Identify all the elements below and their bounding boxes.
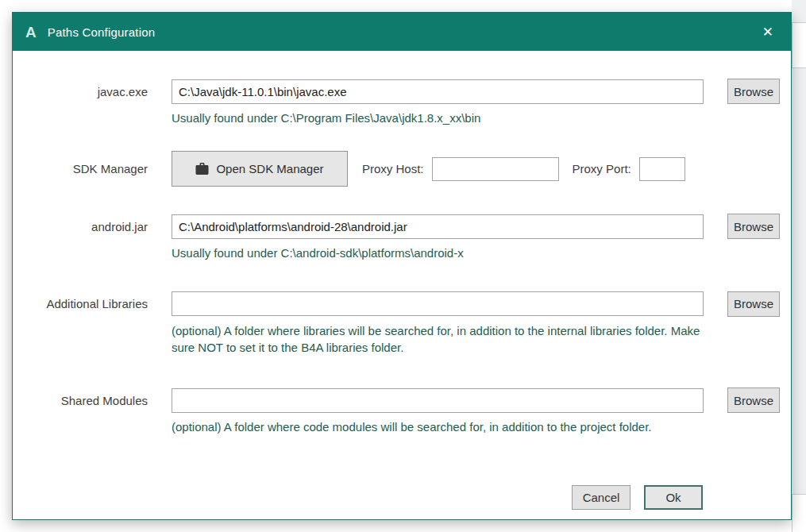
android-jar-hint: Usually found under C:\android-sdk\platf… (172, 245, 712, 261)
android-jar-browse-button[interactable]: Browse (727, 214, 780, 239)
android-jar-path-input[interactable] (172, 214, 704, 239)
javac-label: javac.exe (13, 85, 172, 98)
background-strip (792, 0, 806, 532)
ok-button[interactable]: Ok (644, 485, 703, 510)
proxy-host-label: Proxy Host: (362, 162, 424, 175)
shared-modules-row: Shared Modules Browse (13, 387, 791, 413)
background-panel-top (792, 22, 806, 68)
shared-modules-path-input[interactable] (172, 388, 704, 413)
sdk-manager-row: SDK Manager Open SDK Manager Proxy Host:… (13, 151, 791, 187)
dialog-content: javac.exe Browse Usually found under C:\… (13, 51, 791, 519)
cancel-button[interactable]: Cancel (572, 485, 631, 510)
sdk-manager-label: SDK Manager (13, 162, 172, 175)
javac-browse-button[interactable]: Browse (727, 79, 780, 104)
sdk-manager-icon (195, 163, 209, 175)
additional-libraries-label: Additional Libraries (13, 297, 172, 310)
open-sdk-manager-button[interactable]: Open SDK Manager (172, 151, 348, 187)
app-logo-icon: A (25, 25, 37, 40)
window-title: Paths Configuration (48, 25, 156, 39)
titlebar[interactable]: A Paths Configuration ✕ (13, 13, 791, 51)
proxy-port-label: Proxy Port: (573, 162, 631, 175)
javac-row: javac.exe Browse (13, 79, 791, 104)
javac-hint: Usually found under C:\Program Files\Jav… (172, 110, 712, 126)
close-icon[interactable]: ✕ (761, 22, 775, 42)
background-panel-bottom (792, 494, 806, 532)
android-jar-label: android.jar (13, 220, 172, 233)
proxy-port-input[interactable] (639, 157, 685, 181)
additional-libraries-hint: (optional) A folder where libraries will… (172, 322, 712, 357)
proxy-host-input[interactable] (432, 157, 559, 181)
open-sdk-manager-button-label: Open SDK Manager (216, 162, 323, 175)
shared-modules-browse-button[interactable]: Browse (727, 387, 780, 413)
additional-libraries-browse-button[interactable]: Browse (727, 291, 780, 317)
shared-modules-hint: (optional) A folder where code modules w… (172, 418, 712, 435)
paths-configuration-dialog: A Paths Configuration ✕ javac.exe Browse… (12, 12, 792, 520)
additional-libraries-path-input[interactable] (172, 291, 704, 316)
additional-libraries-row: Additional Libraries Browse (13, 291, 791, 317)
footer: Cancel Ok (572, 485, 703, 510)
javac-path-input[interactable] (172, 79, 704, 104)
shared-modules-label: Shared Modules (13, 394, 172, 407)
android-jar-row: android.jar Browse (13, 214, 791, 239)
